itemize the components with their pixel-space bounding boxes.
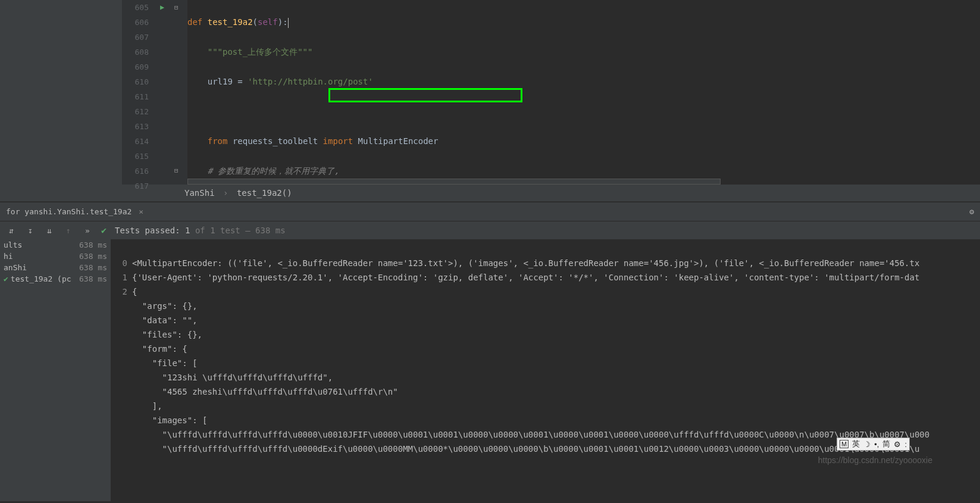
console-line: "file": [ [132, 358, 198, 368]
line-gutter: 605606607608609610611612613614615616617 [122, 0, 158, 185]
keyword-def: def [187, 17, 208, 27]
breadcrumb-class[interactable]: YanShi [184, 188, 215, 198]
tree-row[interactable]: ults638 ms [0, 239, 111, 251]
self-param: self [258, 17, 278, 27]
annotation-highlight [328, 88, 522, 102]
ime-toolbar[interactable]: M 英 ☽ •, 简 ⚙ : [837, 438, 910, 451]
ime-mode-icon[interactable]: M [840, 440, 849, 448]
expand-icon[interactable]: ⇊ [44, 226, 55, 235]
tree-row[interactable]: ✔test_19a2 (pc638 ms [0, 273, 111, 285]
filter-icon[interactable]: ↧ [25, 226, 36, 235]
run-tab[interactable]: for yanshi.YanShi.test_19a2 × [0, 205, 149, 218]
breadcrumb-method[interactable]: test_19a2() [237, 188, 292, 198]
test-toolbar: ⇵ ↧ ⇊ ↑ » ✔ Tests passed: 1 of 1 test – … [0, 221, 980, 239]
up-icon[interactable]: ↑ [63, 226, 74, 235]
editor-area: 605606607608609610611612613614615616617 … [0, 0, 980, 185]
console-line: "data": "", [132, 315, 198, 325]
sort-icon[interactable]: ⇵ [6, 226, 17, 235]
ime-style[interactable]: 简 [882, 439, 890, 449]
console-line: <MultipartEncoder: (('file', <_io.Buffer… [132, 258, 919, 268]
ime-gear-icon[interactable]: ⚙ [894, 440, 901, 449]
console-line: "4565 zheshi\ufffd\ufffd\ufffd\u0761\uff… [132, 387, 398, 396]
tree-row[interactable]: hi638 ms [0, 251, 111, 262]
console-line: "images": [ [132, 415, 207, 425]
run-tab-bar: for yanshi.YanShi.test_19a2 × ⚙ [0, 202, 980, 221]
collapse-icon[interactable]: ⊟ [174, 4, 179, 11]
docstring: """post_上传多个文件""" [208, 47, 313, 57]
moon-icon[interactable]: ☽ [863, 440, 871, 449]
code-editor[interactable]: def test_19a2(self): """post_上传多个文件""" u… [187, 0, 980, 185]
console-line: "123shi \ufffd\ufffd\ufffd\ufffd", [132, 373, 333, 382]
horizontal-scrollbar[interactable] [187, 179, 721, 185]
run-test-icon[interactable]: ▶ [160, 3, 164, 11]
gear-icon[interactable]: ⚙ [969, 207, 974, 216]
console-line: "\ufffd\ufffd\ufffd\ufffd\u0000\u0010JFI… [132, 430, 929, 439]
more-icon[interactable]: » [82, 226, 93, 235]
console-line: {'User-Agent': 'python-requests/2.20.1',… [132, 273, 919, 282]
text-cursor [288, 18, 289, 28]
project-pane [0, 0, 122, 185]
console-line: { [132, 287, 137, 296]
console-line: "\ufffd\ufffd\ufffd\ufffd\u0000dExif\u00… [132, 444, 919, 454]
collapse-end-icon[interactable]: ⊟ [174, 167, 179, 174]
breadcrumb-separator: › [223, 188, 228, 198]
ime-punct[interactable]: •, [874, 440, 879, 449]
comment: # 参数重复的时候，就不用字典了, [208, 166, 339, 176]
check-icon: ✔ [4, 274, 8, 283]
tests-status: Tests passed: 1 of 1 test – 638 ms [115, 226, 286, 235]
console-line: "files": {}, [132, 330, 202, 339]
gutter-icons: ▶ ⊟ ⊟ [158, 0, 187, 185]
check-circle-icon: ✔ [101, 225, 107, 236]
console-line: "args": {}, [132, 301, 198, 311]
test-tree[interactable]: ults638 ms hi638 ms anShi638 ms ✔test_19… [0, 239, 111, 501]
ime-caret: : [904, 440, 907, 449]
ime-lang[interactable]: 英 [852, 439, 860, 449]
watermark-text: https://blog.csdn.net/zyooooxie [818, 455, 932, 465]
close-icon[interactable]: × [139, 207, 143, 216]
console-line: "form": { [132, 344, 187, 354]
tree-row[interactable]: anShi638 ms [0, 262, 111, 273]
function-name: test_19a2 [208, 17, 253, 27]
console-line: ], [132, 401, 162, 411]
